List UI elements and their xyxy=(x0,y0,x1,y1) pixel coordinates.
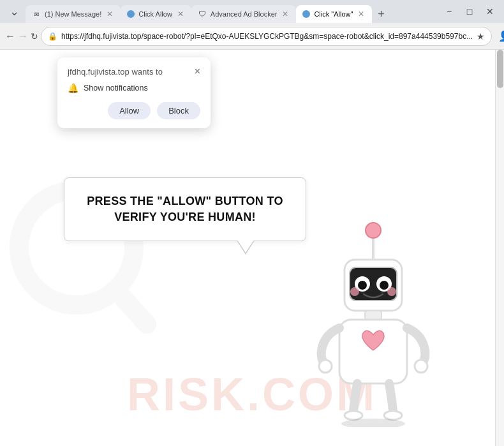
svg-line-1 xyxy=(118,292,147,324)
tab-favicon-1: ✉ xyxy=(32,10,41,19)
popup-buttons: Allow Block xyxy=(68,102,200,119)
popup-wants-to: wants to xyxy=(130,67,163,77)
svg-point-9 xyxy=(380,281,389,290)
tab-favicon-2 xyxy=(127,10,135,18)
profile-icon[interactable]: 👤 xyxy=(494,26,504,47)
svg-rect-13 xyxy=(339,320,407,383)
tab-close-2[interactable]: ✕ xyxy=(176,9,185,19)
tab-close-4[interactable]: ✕ xyxy=(357,9,366,19)
popup-header: jfdhq.fujivista.top wants to × xyxy=(68,66,200,77)
tab-close-1[interactable]: ✕ xyxy=(105,9,114,19)
svg-point-8 xyxy=(358,281,367,290)
bell-icon: 🔔 xyxy=(68,83,78,93)
tab-title-2: Click Allow xyxy=(138,10,172,18)
minimize-button[interactable]: − xyxy=(440,3,458,20)
refresh-button[interactable]: ↻ xyxy=(31,26,38,47)
tab-favicon-3: 🛡 xyxy=(198,10,207,19)
tab-bar: ✉ (1) New Message! ✕ Click Allow ✕ 🛡 Adv… xyxy=(26,0,435,23)
tab-close-3[interactable]: ✕ xyxy=(281,9,290,19)
page-content: RISK.COM PRESS THE "ALLOW" BUTTON TO VER… xyxy=(0,50,504,446)
tab-title-4: Click "Allow" xyxy=(314,10,353,18)
browser-window: ⌄ ✉ (1) New Message! ✕ Click Allow ✕ 🛡 A… xyxy=(0,0,504,446)
svg-point-3 xyxy=(366,223,381,238)
title-bar: ⌄ ✉ (1) New Message! ✕ Click Allow ✕ 🛡 A… xyxy=(0,0,504,23)
svg-point-10 xyxy=(350,287,359,296)
speech-bubble-text: PRESS THE "ALLOW" BUTTON TO VERIFY YOU'R… xyxy=(82,193,288,225)
forward-button[interactable]: → xyxy=(18,26,28,47)
svg-rect-12 xyxy=(365,311,382,320)
tab-click-allow-active[interactable]: Click "Allow" ✕ xyxy=(296,5,372,23)
popup-domain: jfdhq.fujivista.top wants to xyxy=(68,67,163,77)
popup-notification-text: Show notifications xyxy=(84,84,148,93)
toolbar-right: 👤 ⋮ xyxy=(494,26,504,47)
block-button[interactable]: Block xyxy=(157,102,200,119)
svg-point-15 xyxy=(415,360,427,373)
tab-favicon-4 xyxy=(302,10,310,18)
allow-button[interactable]: Allow xyxy=(108,102,151,119)
popup-domain-text: jfdhq.fujivista.top xyxy=(68,67,130,77)
close-button[interactable]: ✕ xyxy=(481,3,499,20)
svg-point-17 xyxy=(384,411,402,420)
tab-new-message[interactable]: ✉ (1) New Message! ✕ xyxy=(26,5,121,23)
tab-title-1: (1) New Message! xyxy=(45,10,101,18)
new-tab-button[interactable]: + xyxy=(372,5,390,23)
tab-ad-blocker[interactable]: 🛡 Advanced Ad Blocker ✕ xyxy=(191,5,297,23)
scrollbar[interactable] xyxy=(495,50,504,446)
maximize-button[interactable]: □ xyxy=(461,3,478,20)
tab-click-allow[interactable]: Click Allow ✕ xyxy=(121,5,191,23)
browser-menu-btn[interactable]: ⌄ xyxy=(5,3,23,20)
url-text: https://jfdhq.fujivista.top/space-robot/… xyxy=(61,32,473,41)
window-controls: − □ ✕ xyxy=(440,3,499,20)
notification-popup: jfdhq.fujivista.top wants to × 🔔 Show no… xyxy=(57,57,211,128)
robot-illustration xyxy=(293,216,453,427)
bookmark-icon[interactable]: ★ xyxy=(477,31,485,41)
svg-point-16 xyxy=(345,411,362,420)
popup-close-button[interactable]: × xyxy=(195,66,200,77)
speech-bubble: PRESS THE "ALLOW" BUTTON TO VERIFY YOU'R… xyxy=(64,177,306,241)
scrollbar-thumb[interactable] xyxy=(497,50,503,88)
popup-notification-row: 🔔 Show notifications xyxy=(68,83,200,93)
back-button[interactable]: ← xyxy=(5,26,15,47)
tab-title-3: Advanced Ad Blocker xyxy=(211,10,278,18)
lock-icon: 🔒 xyxy=(48,32,57,41)
address-bar[interactable]: 🔒 https://jfdhq.fujivista.top/space-robo… xyxy=(41,27,492,46)
svg-point-14 xyxy=(319,360,332,373)
svg-point-11 xyxy=(387,287,396,296)
toolbar: ← → ↻ 🔒 https://jfdhq.fujivista.top/spac… xyxy=(0,23,504,50)
